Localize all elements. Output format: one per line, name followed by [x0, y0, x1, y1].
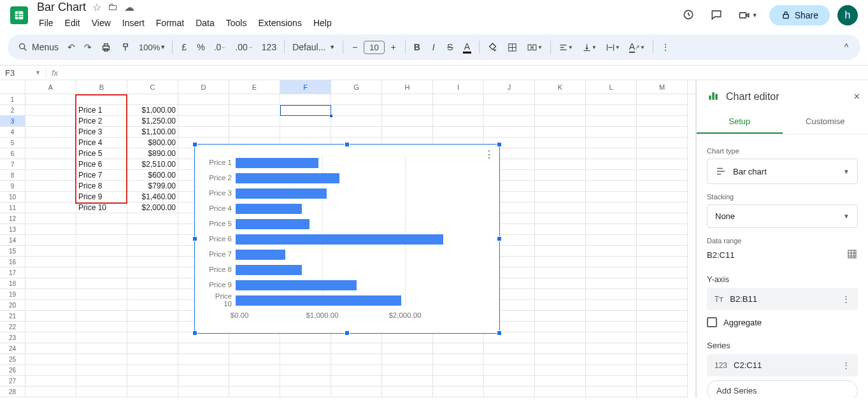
cell[interactable]: [25, 192, 76, 202]
chart-bar[interactable]: [236, 295, 401, 306]
cell[interactable]: [484, 365, 535, 376]
cell[interactable]: [280, 354, 331, 365]
cell[interactable]: [637, 322, 688, 332]
col-header[interactable]: M: [637, 80, 688, 94]
cell[interactable]: [25, 138, 76, 148]
cell[interactable]: [25, 116, 76, 127]
row-header[interactable]: 11: [0, 202, 25, 213]
cell[interactable]: Price 1: [76, 105, 127, 116]
cell[interactable]: [25, 343, 76, 354]
cell[interactable]: [178, 94, 229, 105]
chart-type-select[interactable]: Bar chart▼: [707, 159, 858, 184]
font-size-input[interactable]: 10: [364, 41, 384, 54]
cell[interactable]: [76, 365, 127, 376]
print-icon[interactable]: [97, 38, 115, 57]
cell[interactable]: [586, 257, 637, 267]
row-header[interactable]: 16: [0, 257, 25, 267]
chart-bar[interactable]: [236, 265, 302, 275]
series-range[interactable]: 123 C2:C11 ⋮: [707, 354, 858, 376]
cell[interactable]: [25, 332, 76, 343]
cell[interactable]: [25, 105, 76, 116]
cell[interactable]: [25, 235, 76, 246]
cell[interactable]: [637, 343, 688, 354]
cell[interactable]: $1,100.00: [127, 127, 178, 138]
borders-icon[interactable]: [503, 38, 522, 57]
cell[interactable]: [331, 94, 382, 105]
cell[interactable]: [586, 300, 637, 311]
cell[interactable]: [76, 267, 127, 278]
cell[interactable]: [535, 138, 586, 148]
text-color-icon[interactable]: A: [459, 38, 475, 57]
cell[interactable]: [433, 116, 484, 127]
cell[interactable]: [331, 127, 382, 138]
chart-bar[interactable]: [236, 234, 443, 245]
cell[interactable]: [178, 365, 229, 376]
col-header[interactable]: H: [382, 80, 433, 94]
cell[interactable]: [637, 376, 688, 387]
italic-icon[interactable]: I: [426, 38, 441, 56]
cell[interactable]: [280, 387, 331, 397]
cloud-status-icon[interactable]: ☁: [124, 1, 134, 13]
cell[interactable]: [382, 105, 433, 116]
row-header[interactable]: 19: [0, 289, 25, 300]
cell[interactable]: [586, 387, 637, 397]
row-header[interactable]: 9: [0, 181, 25, 192]
bold-icon[interactable]: B: [409, 38, 425, 56]
cell[interactable]: [127, 257, 178, 267]
cell[interactable]: [280, 116, 331, 127]
cell[interactable]: $1,460.00: [127, 192, 178, 202]
history-icon[interactable]: [678, 4, 699, 27]
cell[interactable]: [382, 376, 433, 387]
cell[interactable]: [586, 170, 637, 181]
menu-edit[interactable]: Edit: [60, 17, 85, 29]
cell[interactable]: [229, 376, 280, 387]
cell[interactable]: Price 5: [76, 148, 127, 159]
row-header[interactable]: 15: [0, 246, 25, 257]
align-icon[interactable]: ▼: [555, 39, 577, 56]
cell[interactable]: [382, 116, 433, 127]
col-header[interactable]: L: [586, 80, 637, 94]
cell[interactable]: [331, 387, 382, 397]
cell[interactable]: [637, 159, 688, 170]
cell[interactable]: [331, 397, 382, 398]
cell[interactable]: [76, 387, 127, 397]
cell[interactable]: [637, 202, 688, 213]
cell[interactable]: [76, 311, 127, 322]
cell[interactable]: [535, 246, 586, 257]
cell[interactable]: [586, 322, 637, 332]
cell[interactable]: Price 9: [76, 192, 127, 202]
col-header[interactable]: C: [127, 80, 178, 94]
row-header[interactable]: 12: [0, 213, 25, 224]
cell[interactable]: [433, 365, 484, 376]
chart-bar[interactable]: [236, 188, 327, 199]
row-header[interactable]: 22: [0, 322, 25, 332]
cell[interactable]: [25, 257, 76, 267]
cell[interactable]: [637, 224, 688, 235]
cell[interactable]: [25, 387, 76, 397]
cell[interactable]: [25, 354, 76, 365]
cell[interactable]: [280, 127, 331, 138]
cell[interactable]: [76, 94, 127, 105]
cell[interactable]: [637, 138, 688, 148]
cell[interactable]: [535, 397, 586, 398]
cell[interactable]: [331, 343, 382, 354]
cell[interactable]: [280, 332, 331, 343]
cell[interactable]: [637, 235, 688, 246]
col-header[interactable]: D: [178, 80, 229, 94]
decrease-font-icon[interactable]: −: [347, 38, 362, 56]
select-all-corner[interactable]: [0, 80, 25, 94]
cell[interactable]: [127, 354, 178, 365]
cell[interactable]: [25, 278, 76, 289]
cell[interactable]: [586, 311, 637, 322]
cell[interactable]: [127, 289, 178, 300]
cell[interactable]: [433, 397, 484, 398]
cell[interactable]: [433, 387, 484, 397]
cell[interactable]: $1,000.00: [127, 105, 178, 116]
cell[interactable]: [535, 365, 586, 376]
col-header[interactable]: I: [433, 80, 484, 94]
col-header[interactable]: K: [535, 80, 586, 94]
row-header[interactable]: 7: [0, 159, 25, 170]
row-header[interactable]: 27: [0, 376, 25, 387]
cell[interactable]: [535, 170, 586, 181]
cell[interactable]: [76, 376, 127, 387]
